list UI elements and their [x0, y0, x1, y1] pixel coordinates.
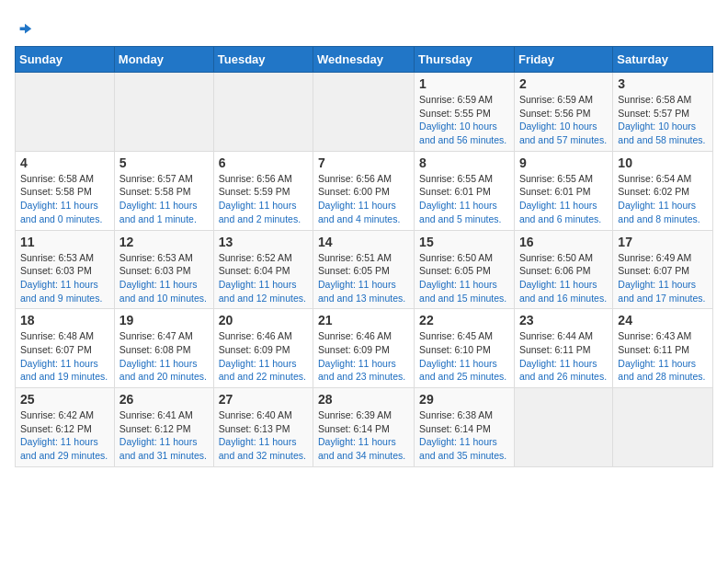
sunrise-text: Sunrise: 6:58 AM — [618, 93, 708, 107]
calendar-cell: 23Sunrise: 6:44 AMSunset: 6:11 PMDayligh… — [514, 309, 612, 388]
day-number: 13 — [219, 235, 308, 249]
day-number: 9 — [519, 155, 608, 170]
column-header-wednesday: Wednesday — [313, 47, 415, 73]
calendar-cell: 15Sunrise: 6:50 AMSunset: 6:05 PMDayligh… — [415, 230, 515, 309]
calendar-cell: 4Sunrise: 6:58 AMSunset: 5:58 PMDaylight… — [16, 151, 115, 230]
daylight-label: Daylight: 11 hours — [219, 278, 308, 292]
daylight-label: Daylight: 11 hours — [119, 199, 209, 213]
sunrise-text: Sunrise: 6:49 AM — [618, 251, 708, 265]
calendar-cell: 9Sunrise: 6:55 AMSunset: 6:01 PMDaylight… — [514, 151, 612, 230]
calendar-cell: 27Sunrise: 6:40 AMSunset: 6:13 PMDayligh… — [213, 388, 313, 467]
daylight-label: Daylight: 10 hours — [519, 120, 608, 133]
calendar-cell: 5Sunrise: 6:57 AMSunset: 5:58 PMDaylight… — [114, 151, 213, 230]
sunset-text: Sunset: 6:14 PM — [419, 422, 509, 436]
day-number: 22 — [419, 313, 509, 327]
daylight-label-cont: and and 0 minutes. — [20, 213, 109, 226]
column-header-sunday: Sunday — [16, 47, 115, 73]
sunset-text: Sunset: 6:13 PM — [219, 422, 308, 436]
sunset-text: Sunset: 6:03 PM — [119, 264, 209, 278]
sunrise-text: Sunrise: 6:38 AM — [419, 408, 509, 422]
week-row-2: 11Sunrise: 6:53 AMSunset: 6:03 PMDayligh… — [16, 230, 713, 309]
daylight-label: Daylight: 10 hours — [419, 120, 509, 133]
day-info: Sunrise: 6:59 AMSunset: 5:55 PMDaylight:… — [419, 93, 509, 147]
calendar-cell: 14Sunrise: 6:51 AMSunset: 6:05 PMDayligh… — [313, 230, 415, 309]
sunset-text: Sunset: 6:04 PM — [219, 264, 308, 278]
day-number: 15 — [419, 235, 509, 249]
daylight-label: Daylight: 10 hours — [618, 120, 708, 133]
day-info: Sunrise: 6:55 AMSunset: 6:01 PMDaylight:… — [519, 172, 608, 226]
calendar-cell: 6Sunrise: 6:56 AMSunset: 5:59 PMDaylight… — [213, 151, 313, 230]
daylight-label-cont: and and 4 minutes. — [318, 213, 409, 226]
day-number: 6 — [219, 155, 308, 170]
calendar-cell — [16, 73, 115, 152]
calendar-table: SundayMondayTuesdayWednesdayThursdayFrid… — [15, 46, 713, 467]
day-number: 11 — [20, 235, 109, 249]
day-info: Sunrise: 6:53 AMSunset: 6:03 PMDaylight:… — [119, 251, 209, 305]
sunrise-text: Sunrise: 6:48 AM — [20, 329, 109, 343]
day-info: Sunrise: 6:46 AMSunset: 6:09 PMDaylight:… — [318, 329, 409, 384]
day-number: 19 — [119, 313, 209, 327]
calendar-cell: 10Sunrise: 6:54 AMSunset: 6:02 PMDayligh… — [613, 151, 713, 230]
calendar-cell — [213, 73, 313, 152]
daylight-label-cont: and and 22 minutes. — [219, 370, 308, 384]
day-info: Sunrise: 6:53 AMSunset: 6:03 PMDaylight:… — [20, 251, 109, 305]
daylight-label: Daylight: 11 hours — [119, 435, 209, 449]
day-info: Sunrise: 6:56 AMSunset: 6:00 PMDaylight:… — [318, 172, 409, 226]
day-info: Sunrise: 6:50 AMSunset: 6:06 PMDaylight:… — [519, 251, 608, 305]
daylight-label-cont: and and 25 minutes. — [419, 370, 509, 384]
calendar-cell — [313, 73, 415, 152]
sunset-text: Sunset: 6:12 PM — [119, 422, 209, 436]
day-number: 1 — [419, 76, 509, 91]
sunrise-text: Sunrise: 6:40 AM — [219, 408, 308, 422]
week-row-0: 1Sunrise: 6:59 AMSunset: 5:55 PMDaylight… — [16, 73, 713, 152]
daylight-label-cont: and and 57 minutes. — [519, 133, 608, 147]
calendar-cell — [514, 388, 612, 467]
day-number: 14 — [318, 235, 409, 249]
daylight-label-cont: and and 58 minutes. — [618, 133, 708, 147]
daylight-label: Daylight: 11 hours — [318, 278, 409, 292]
day-info: Sunrise: 6:55 AMSunset: 6:01 PMDaylight:… — [419, 172, 509, 226]
daylight-label: Daylight: 11 hours — [20, 278, 109, 292]
daylight-label-cont: and and 19 minutes. — [20, 370, 109, 384]
sunset-text: Sunset: 6:00 PM — [318, 185, 409, 199]
sunrise-text: Sunrise: 6:59 AM — [419, 93, 509, 107]
day-info: Sunrise: 6:52 AMSunset: 6:04 PMDaylight:… — [219, 251, 308, 305]
sunset-text: Sunset: 6:03 PM — [20, 264, 109, 278]
day-number: 21 — [318, 313, 409, 327]
daylight-label: Daylight: 11 hours — [219, 435, 308, 449]
calendar-cell: 13Sunrise: 6:52 AMSunset: 6:04 PMDayligh… — [213, 230, 313, 309]
daylight-label-cont: and and 23 minutes. — [318, 370, 409, 384]
calendar-cell: 17Sunrise: 6:49 AMSunset: 6:07 PMDayligh… — [613, 230, 713, 309]
sunset-text: Sunset: 5:57 PM — [618, 107, 708, 121]
day-number: 12 — [119, 235, 209, 249]
day-number: 3 — [618, 76, 708, 91]
calendar-cell: 20Sunrise: 6:46 AMSunset: 6:09 PMDayligh… — [213, 309, 313, 388]
sunset-text: Sunset: 6:11 PM — [519, 343, 608, 357]
day-info: Sunrise: 6:50 AMSunset: 6:05 PMDaylight:… — [419, 251, 509, 305]
daylight-label: Daylight: 11 hours — [618, 278, 708, 292]
daylight-label: Daylight: 11 hours — [20, 357, 109, 371]
day-info: Sunrise: 6:48 AMSunset: 6:07 PMDaylight:… — [20, 329, 109, 384]
daylight-label-cont: and and 56 minutes. — [419, 133, 509, 147]
daylight-label: Daylight: 11 hours — [20, 435, 109, 449]
day-info: Sunrise: 6:38 AMSunset: 6:14 PMDaylight:… — [419, 408, 509, 463]
day-number: 16 — [519, 235, 608, 249]
calendar-cell — [613, 388, 713, 467]
sunrise-text: Sunrise: 6:51 AM — [318, 251, 409, 265]
header-row: SundayMondayTuesdayWednesdayThursdayFrid… — [16, 47, 713, 73]
daylight-label-cont: and and 16 minutes. — [519, 292, 608, 305]
sunrise-text: Sunrise: 6:44 AM — [519, 329, 608, 343]
daylight-label-cont: and and 1 minute. — [119, 213, 209, 226]
sunset-text: Sunset: 5:59 PM — [219, 185, 308, 199]
daylight-label-cont: and and 10 minutes. — [119, 292, 209, 305]
day-info: Sunrise: 6:43 AMSunset: 6:11 PMDaylight:… — [618, 329, 708, 384]
day-info: Sunrise: 6:56 AMSunset: 5:59 PMDaylight:… — [219, 172, 308, 226]
day-number: 27 — [219, 392, 308, 407]
sunset-text: Sunset: 6:07 PM — [20, 343, 109, 357]
daylight-label-cont: and and 34 minutes. — [318, 449, 409, 463]
day-number: 20 — [219, 313, 308, 327]
sunset-text: Sunset: 6:14 PM — [318, 422, 409, 436]
calendar-cell: 18Sunrise: 6:48 AMSunset: 6:07 PMDayligh… — [16, 309, 115, 388]
daylight-label: Daylight: 11 hours — [219, 199, 308, 213]
sunset-text: Sunset: 5:58 PM — [20, 185, 109, 199]
